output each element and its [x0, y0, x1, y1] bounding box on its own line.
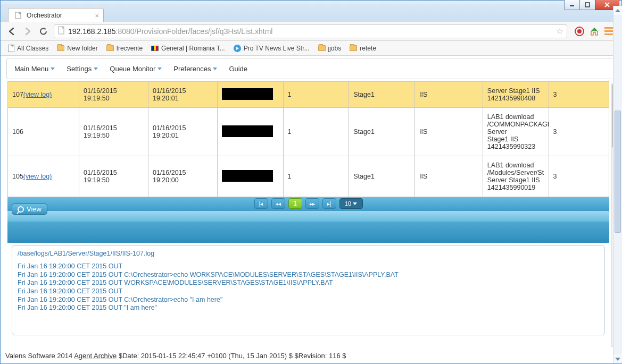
table-row[interactable]: 107(view log)01/16/201519:19:5001/16/201…: [8, 82, 609, 108]
cell-count: 3: [549, 108, 609, 156]
app-menu-label: Settings: [67, 65, 92, 73]
app-menubar: Main MenuSettingsQueue MonitorPreference…: [6, 58, 616, 79]
cell-id: 105(view log): [8, 156, 79, 197]
redacted-block: [222, 170, 273, 182]
nav-back-button[interactable]: [6, 26, 18, 37]
tab-title: Orchestrator: [27, 12, 62, 19]
search-icon: [18, 206, 24, 213]
bookmark-label: frecvente: [117, 45, 143, 52]
chrome-menu-button[interactable]: [604, 27, 613, 35]
bookmark-item[interactable]: All Classes: [8, 45, 48, 52]
view-log-link[interactable]: (view log): [23, 91, 52, 98]
cell-end: 01/16/201519:20:01: [148, 82, 217, 108]
extension-home-icon[interactable]: [590, 27, 599, 36]
cell-stage: Stage1: [349, 156, 415, 197]
browser-tab-strip: Orchestrator ×: [1, 6, 621, 22]
app-menu-label: Preferences: [173, 65, 211, 73]
cell-end: 01/16/201519:20:00: [148, 156, 217, 197]
chevron-down-icon: [94, 67, 98, 70]
cell-id: 106: [8, 108, 79, 156]
status-agent-link[interactable]: Agent Archive: [74, 352, 117, 360]
svg-rect-0: [585, 3, 590, 7]
app-menu-item[interactable]: Guide: [226, 63, 251, 75]
app-menu-item[interactable]: Settings: [63, 63, 101, 75]
cell-num: 1: [283, 108, 349, 156]
app-menu-item[interactable]: Queue Monitor: [106, 63, 165, 75]
bookmark-label: All Classes: [17, 45, 48, 52]
log-output-panel: /base/logs/LAB1/Server/Stage1/IIS/IIS-10…: [12, 245, 605, 335]
table-row[interactable]: 10601/16/201519:19:5001/16/201519:20:011…: [8, 108, 609, 156]
window-scrollbar[interactable]: [613, 6, 622, 363]
url-port: :8080: [116, 27, 135, 36]
table-row[interactable]: 105(view log)01/16/201519:19:5001/16/201…: [8, 156, 609, 197]
cell-server: IIS: [415, 82, 483, 108]
log-line: Fri Jan 16 19:20:00 CET 2015 OUT C:\Orch…: [18, 271, 599, 280]
log-file-path: /base/logs/LAB1/Server/Stage1/IIS/IIS-10…: [18, 250, 599, 257]
app-menu-item[interactable]: Preferences: [170, 63, 220, 75]
bookmark-item[interactable]: retete: [350, 45, 376, 52]
view-button[interactable]: View: [12, 204, 47, 215]
chevron-down-icon: [213, 67, 217, 70]
cell-start: 01/16/201519:19:50: [79, 108, 148, 156]
paginator-band: |◂ ◂◂ 1 ▸▸ ▸| 10 View: [7, 197, 609, 243]
app-menu-label: Queue Monitor: [110, 65, 155, 73]
window-maximize-button[interactable]: [579, 0, 595, 10]
bookmarks-bar: All ClassesNew folderfrecventeGeneral | …: [1, 41, 621, 56]
address-bar[interactable]: 192.168.2.185:8080/ProvisionFolder/faces…: [54, 24, 567, 38]
flag-ro-icon: [151, 46, 159, 51]
scroll-up-button[interactable]: [613, 6, 622, 15]
cell-redact: [217, 156, 283, 197]
play-icon: [234, 45, 241, 52]
window-titlebar: [1, 1, 621, 6]
cell-count: 3: [549, 82, 609, 108]
chevron-down-icon: [157, 67, 162, 70]
redacted-block: [222, 125, 273, 137]
app-menu-item[interactable]: Main Menu: [11, 63, 58, 75]
cell-desc: Server Stage1 IIS1421435990408: [483, 82, 549, 108]
nav-forward-button[interactable]: [22, 26, 34, 37]
reload-button[interactable]: [38, 26, 49, 37]
chevron-down-icon: [51, 67, 55, 70]
tab-favicon: [14, 11, 22, 20]
bookmark-item[interactable]: Pro TV News Live Str...: [234, 45, 310, 52]
doc-icon: [8, 45, 14, 52]
bookmark-item[interactable]: General | Romania T...: [151, 45, 225, 52]
bookmark-label: New folder: [67, 45, 97, 52]
cell-desc: LAB1 download/Modules/Server/StServer St…: [483, 156, 549, 197]
folder-icon: [350, 45, 357, 51]
window-scrollbar-thumb[interactable]: [615, 111, 621, 233]
cell-id: 107(view log): [8, 82, 79, 108]
window-minimize-button[interactable]: [564, 0, 580, 10]
cell-start: 01/16/201519:19:50: [79, 156, 148, 197]
bookmark-item[interactable]: frecvente: [106, 45, 143, 52]
cell-num: 1: [283, 82, 349, 108]
bookmark-item[interactable]: New folder: [57, 45, 97, 52]
cell-count: 3: [549, 156, 609, 197]
cell-server: IIS: [415, 108, 483, 156]
bookmark-star-icon[interactable]: ☆: [556, 26, 563, 36]
bookmark-label: General | Romania T...: [161, 45, 225, 52]
browser-tab[interactable]: Orchestrator ×: [8, 8, 104, 22]
view-log-link[interactable]: (view log): [23, 173, 52, 180]
bookmark-label: retete: [360, 45, 376, 52]
cell-desc: LAB1 download/COMMONPACKAGE ServerStage1…: [483, 108, 549, 156]
cell-redact: [217, 82, 283, 108]
url-path: /ProvisionFolder/faces/jsf/q3Hst/List.xh…: [135, 27, 273, 36]
extension-adblock-icon[interactable]: [575, 27, 584, 36]
cell-end: 01/16/201519:20:01: [148, 108, 217, 156]
bookmark-label: jjobs: [328, 45, 342, 52]
url-host: 192.168.2.185: [68, 27, 116, 36]
app-menu-label: Guide: [229, 65, 247, 73]
folder-icon: [106, 45, 114, 51]
bookmark-item[interactable]: jjobs: [318, 45, 342, 52]
folder-icon: [318, 45, 326, 51]
scroll-down-button[interactable]: [613, 354, 622, 363]
view-button-label: View: [27, 205, 42, 213]
url-doc-icon: [57, 26, 65, 36]
data-table: 107(view log)01/16/201519:19:5001/16/201…: [7, 81, 609, 197]
browser-toolbar: 192.168.2.185:8080/ProvisionFolder/faces…: [1, 22, 621, 41]
log-line: Fri Jan 16 19:20:00 CET 2015 OUT: [18, 287, 599, 296]
bookmark-label: Pro TV News Live Str...: [244, 45, 310, 52]
tab-close-icon[interactable]: ×: [95, 12, 99, 20]
folder-icon: [57, 45, 64, 51]
